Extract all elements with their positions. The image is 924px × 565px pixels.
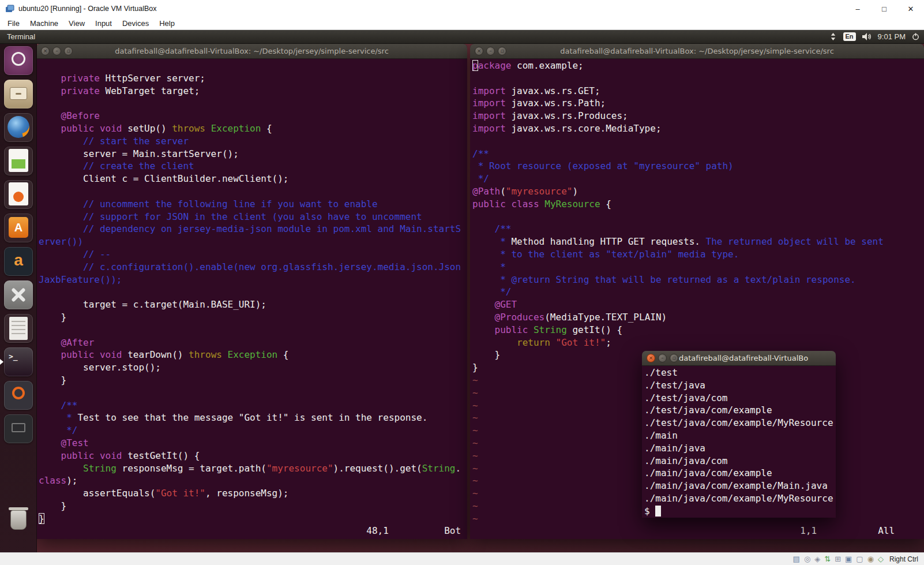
audio-icon: ◈ [814,555,820,563]
minimize-button[interactable]: – [844,0,871,17]
menu-input[interactable]: Input [90,19,117,28]
amazon-icon: a [4,247,33,274]
terminal-line: /** [472,223,924,235]
launcher-item-firefox[interactable] [4,113,33,142]
terminal-title: datafireball@datafireball-VirtualBox: ~/… [115,47,389,55]
terminal-line: ./test/java/com/example/MyResource [644,417,836,429]
vim-scroll-state: All [878,525,895,537]
terminal-line: * Method handling HTTP GET requests. The… [472,235,924,248]
terminal-line: import javax.ws.rs.GET; [472,85,924,98]
launcher-item-files[interactable] [4,80,33,108]
menu-devices[interactable]: Devices [117,19,154,28]
launcher-item-software-center[interactable]: A [4,214,33,242]
launcher-item-terminal[interactable]: >_ [4,347,33,376]
menu-file[interactable]: File [2,19,25,28]
maximize-icon[interactable]: ▫ [498,47,506,55]
terminal-line: import javax.ws.rs.Produces; [472,110,924,122]
terminal-left-content[interactable]: private HttpServer server; private WebTa… [36,59,467,539]
terminal-line: ./main/java/com/example/Main.java [644,480,836,492]
terminal-line: // start the server [39,135,467,148]
terminal-line [472,135,924,148]
terminal-line: @Produces(MediaType.TEXT_PLAIN) [472,311,924,324]
launcher-item-dash-home[interactable] [4,46,33,75]
terminal-line: $ [644,505,836,518]
launcher-item-software-updater[interactable] [4,381,33,410]
terminal-line: String responseMsg = target.path("myreso… [39,462,467,475]
session-menu-icon[interactable] [912,33,919,40]
terminal-line: public class MyResource { [472,198,924,211]
terminal-line: public void setUp() throws Exception { [39,122,467,135]
mouse-integration-icon: ◇ [878,555,884,563]
terminal-line: /** [472,148,924,160]
terminal-line: } [39,512,467,525]
terminal-small-titlebar[interactable]: × – ▫ datafireball@datafireball-VirtualB… [642,351,836,366]
terminal-line [39,185,467,198]
host-key-label: Right Ctrl [889,555,918,563]
terminal-line: @Path("myresource") [472,185,924,198]
panel-indicators: En 9:01 PM [829,32,919,41]
terminal-line: ./main [644,429,836,442]
launcher-item-text-editor[interactable] [4,314,33,343]
terminal-line: * [472,261,924,274]
maximize-icon[interactable]: ▫ [64,47,73,55]
terminal-right-titlebar[interactable]: × – ▫ datafireball@datafireball-VirtualB… [470,44,924,59]
text-entry-icon[interactable] [829,33,837,40]
terminal-line: // dependency on jersey-media-json modul… [39,223,467,235]
terminal-line: ./test/java/com [644,392,836,405]
minimize-icon[interactable]: – [52,47,61,55]
keyboard-layout-indicator[interactable]: En [843,32,856,41]
menu-view[interactable]: View [63,19,90,28]
terminal-left-titlebar[interactable]: × – ▫ datafireball@datafireball-VirtualB… [36,44,467,59]
terminal-line: ./main/java/com/example/MyResource [644,492,836,505]
vm-status-icons: ▤◎◈⇅⊞▣▢◉◇ [793,555,884,563]
volume-icon[interactable] [862,33,872,40]
launcher-item-amazon[interactable]: a [4,247,33,276]
terminal-small-content[interactable]: ./test./test/java./test/java/com./test/j… [642,366,836,518]
usb-icon: ⊞ [835,555,841,563]
terminal-line [39,286,467,298]
terminal-line: ./main/java [644,442,836,455]
hard-disk-icon: ▤ [793,555,800,563]
launcher-item-libreoffice-calc[interactable] [4,147,33,175]
terminal-line: target = c.target(Main.BASE_URI); [39,298,467,311]
ubuntu-logo-icon [12,52,25,66]
minimize-icon[interactable]: – [658,354,667,362]
close-icon[interactable]: × [647,354,655,362]
panel-app-name[interactable]: Terminal [7,32,35,41]
terminal-line: erver()) [39,235,467,248]
launcher-item-utility[interactable] [4,414,33,443]
terminal-window-small: × – ▫ datafireball@datafireball-VirtualB… [642,351,836,518]
minimize-icon[interactable]: – [486,47,495,55]
maximize-button[interactable]: □ [871,0,897,17]
unity-launcher: A a >_ [0,44,37,552]
launcher-item-libreoffice-impress[interactable] [4,180,33,209]
terminal-line: */ [39,424,467,437]
virtualbox-statusbar: ▤◎◈⇅⊞▣▢◉◇ Right Ctrl [0,552,924,565]
close-button[interactable]: ✕ [897,0,924,17]
window-button-group: × – ▫ [647,354,678,362]
terminal-line: ./test/java [644,379,836,392]
launcher-item-system-settings[interactable] [4,280,33,309]
running-indicator-icon [0,359,3,365]
launcher-item-trash[interactable] [4,506,33,534]
panel-clock[interactable]: 9:01 PM [878,32,906,41]
terminal-line: public void tearDown() throws Exception … [39,349,467,361]
terminal-line: server.stop(); [39,361,467,374]
window-controls: – □ ✕ [844,0,924,17]
menu-machine[interactable]: Machine [25,19,63,28]
terminal-line: } [39,500,467,512]
terminal-line: @After [39,336,467,349]
display-icon: ▢ [856,555,863,563]
maximize-icon[interactable]: ▫ [670,354,678,362]
files-icon [10,87,27,100]
trash-icon [10,510,27,530]
terminal-line: private WebTarget target; [39,85,467,98]
terminal-line [39,387,467,399]
close-icon[interactable]: × [475,47,483,55]
window-title: ubuntu20 [Running] - Oracle VM VirtualBo… [18,5,156,13]
menu-help[interactable]: Help [154,19,180,28]
terminal-line [39,97,467,110]
libreoffice-impress-icon [9,182,28,205]
shell-output: ./test./test/java./test/java/com./test/j… [644,366,836,518]
close-icon[interactable]: × [41,47,50,55]
